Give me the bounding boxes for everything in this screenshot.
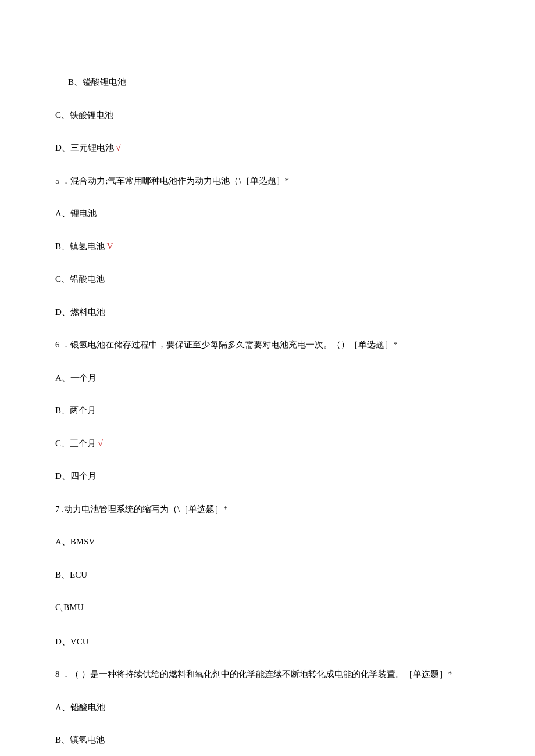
option-text: C、三个月 — [55, 439, 96, 448]
option-text: D、四个月 — [55, 470, 480, 483]
option-text: A、铅酸电池 — [55, 701, 480, 714]
option-row: B、镇氢电池 V — [55, 240, 480, 253]
answer-mark: √ — [96, 439, 103, 448]
answer-mark: V — [105, 242, 113, 251]
option-text: B、镇氢电池 — [55, 242, 105, 251]
option-text: A、一个月 — [55, 371, 480, 385]
answer-mark: √ — [114, 143, 121, 152]
question-text: 5 ．混合动力;气车常用哪种电池作为动力电池（\［单选题］* — [55, 174, 480, 188]
option-text: D、VCU — [55, 635, 480, 648]
option-text: C、铅酸电池 — [55, 273, 480, 286]
option-text: B、两个月 — [55, 404, 480, 417]
option-text: A、锂电池 — [55, 207, 480, 220]
question-text: 7 .动力电池管理系统的缩写为（\［单选题］* — [55, 503, 480, 516]
option-text: A、BMSV — [55, 535, 480, 549]
question-text: 6 ．银氢电池在储存过程中，要保证至少每隔多久需要对电池充电一次。（）［单选题］… — [55, 338, 480, 352]
option-text: B、镇氢电池 — [55, 733, 480, 747]
option-text: C — [55, 603, 61, 612]
option-text: B、镒酸锂电池 — [68, 76, 480, 89]
option-text: C、铁酸锂电池 — [55, 109, 480, 122]
option-row: CsBMU — [55, 601, 480, 615]
option-text: D、三元锂电池 — [55, 143, 114, 152]
option-text-tail: BMU — [63, 603, 83, 612]
question-text: 8 ．（ ）是一种将持续供给的燃料和氧化剂中的化学能连续不断地转化成电能的化学装… — [55, 668, 480, 681]
option-text: D、燃料电池 — [55, 306, 480, 319]
option-row: C、三个月 √ — [55, 437, 480, 450]
option-text: B、ECU — [55, 568, 480, 582]
option-row: D、三元锂电池 √ — [55, 141, 480, 155]
